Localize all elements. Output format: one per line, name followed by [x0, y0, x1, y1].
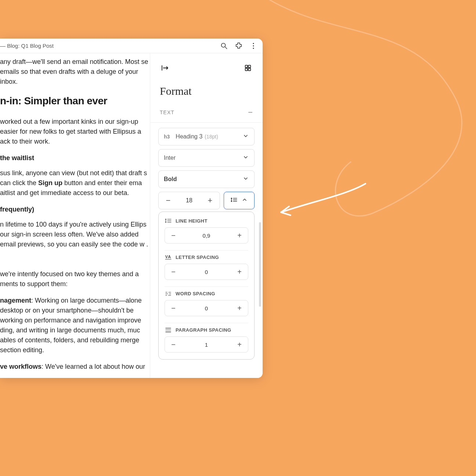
doc-heading-3: the waitlist [0, 153, 150, 163]
app-window: — Blog: Q1 Blog Post any draft—we'll sen… [0, 39, 263, 378]
increment-button[interactable]: + [233, 338, 246, 351]
letter-spacing-stepper[interactable]: − 0 + [165, 264, 248, 280]
spacing-options-toggle[interactable] [224, 192, 255, 209]
chevron-up-icon [241, 196, 248, 205]
decrement-button[interactable]: − [162, 194, 175, 207]
divider [150, 122, 263, 123]
line-height-stepper[interactable]: − 0,9 + [165, 227, 248, 244]
paragraph-spacing-label: PARAGRAPH SPACING [176, 327, 231, 333]
line-height-value: 0,9 [180, 232, 233, 239]
doc-heading-3: frequently) [0, 205, 150, 214]
decrement-button[interactable]: − [167, 338, 180, 351]
font-size-value: 18 [175, 197, 203, 204]
svg-point-2 [253, 43, 254, 44]
decrement-button[interactable]: − [167, 266, 180, 278]
svg-point-3 [253, 45, 254, 46]
font-weight-select[interactable]: Bold [158, 170, 255, 188]
word-spacing-icon [165, 290, 172, 297]
divider [165, 286, 248, 287]
letter-spacing-label: LETTER SPACING [176, 255, 219, 260]
svg-rect-9 [245, 68, 248, 71]
grid-view-icon[interactable] [243, 63, 253, 73]
panel-title: Format [150, 83, 263, 105]
svg-point-4 [253, 47, 254, 48]
paragraph-spacing-stepper[interactable]: − 1 + [165, 336, 248, 353]
section-text-label: TEXT [160, 109, 174, 115]
divider [165, 323, 248, 323]
line-height-label: LINE HEIGHT [176, 218, 208, 224]
doc-paragraph: ve workflows: We've learned a lot about … [0, 362, 150, 372]
letter-spacing-value: 0 [180, 269, 233, 275]
divider [165, 250, 248, 250]
decrement-button[interactable]: − [167, 302, 180, 314]
increment-button[interactable]: + [233, 266, 246, 278]
paragraph-spacing-icon [165, 326, 172, 333]
line-height-icon [165, 217, 172, 224]
svg-line-1 [225, 47, 227, 49]
increment-button[interactable]: + [203, 194, 217, 207]
doc-paragraph: any draft—we'll send an email notificati… [0, 57, 150, 87]
window-title: — Blog: Q1 Blog Post [0, 43, 54, 49]
increment-button[interactable]: + [233, 229, 246, 242]
word-spacing-value: 0 [180, 305, 233, 311]
doc-paragraph: nagement: Working on large documents—alo… [0, 296, 150, 355]
svg-rect-10 [248, 68, 250, 71]
chevron-down-icon [242, 154, 249, 162]
collapse-section-icon[interactable]: − [248, 108, 253, 117]
doc-paragraph: sus link, anyone can view (but not edit)… [0, 168, 150, 198]
word-spacing-label: WORD SPACING [176, 291, 215, 296]
font-size-stepper[interactable]: − 18 + [158, 192, 220, 209]
panel-scrollbar[interactable] [259, 222, 261, 307]
word-spacing-stepper[interactable]: − 0 + [165, 300, 248, 316]
svg-rect-8 [248, 65, 250, 68]
search-icon[interactable] [220, 42, 228, 50]
paragraph-spacing-value: 1 [180, 342, 233, 348]
font-family-select[interactable]: Inter [158, 149, 255, 167]
more-options-icon[interactable] [249, 42, 257, 50]
increment-button[interactable]: + [233, 302, 246, 314]
collapse-panel-icon[interactable] [160, 63, 170, 73]
format-panel: Format TEXT − h3 Heading 3 (18pt) [150, 53, 263, 378]
heading-style-select[interactable]: h3 Heading 3 (18pt) [158, 128, 255, 145]
svg-point-0 [221, 43, 226, 47]
letter-spacing-icon: VA [165, 253, 172, 261]
doc-heading-2: n-in: Simpler than ever [0, 93, 150, 109]
svg-text:A: A [168, 255, 171, 259]
line-spacing-icon [230, 196, 238, 205]
doc-paragraph: worked out a few important kinks in our … [0, 117, 150, 147]
hint-arrow [274, 180, 369, 220]
decrement-button[interactable]: − [167, 229, 180, 242]
document-editor[interactable]: any draft—we'll send an email notificati… [0, 53, 150, 378]
chevron-down-icon [242, 133, 249, 141]
spacing-panel: LINE HEIGHT − 0,9 + VA [158, 212, 255, 360]
extensions-icon[interactable] [235, 42, 243, 50]
doc-paragraph: we're intently focused on two key themes… [0, 269, 150, 289]
svg-rect-7 [245, 65, 248, 68]
doc-paragraph: n lifetime to 100 days if you're activel… [0, 220, 150, 249]
titlebar: — Blog: Q1 Blog Post [0, 39, 263, 53]
chevron-down-icon [242, 175, 249, 183]
